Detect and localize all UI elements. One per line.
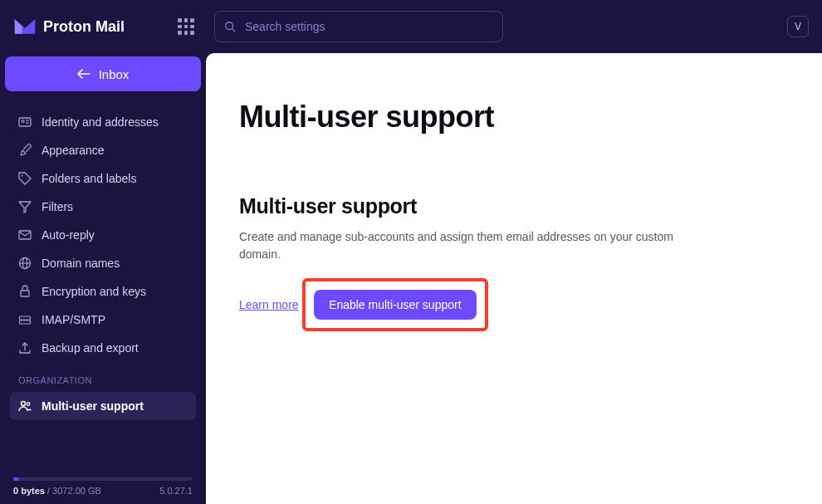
upload-icon xyxy=(18,341,32,355)
main-content: Multi-user support Multi-user support Cr… xyxy=(206,53,822,504)
arrow-left-icon xyxy=(77,69,91,79)
sidebar-item-identity[interactable]: Identity and addresses xyxy=(10,108,196,136)
search-input[interactable] xyxy=(214,11,503,42)
users-icon xyxy=(18,399,32,413)
sidebar-item-domains[interactable]: Domain names xyxy=(10,249,196,277)
sidebar-item-label: IMAP/SMTP xyxy=(42,313,105,326)
sidebar-item-filters[interactable]: Filters xyxy=(10,193,196,221)
storage-used: 0 bytes xyxy=(13,486,45,496)
storage-text: 0 bytes / 3072.00 GB xyxy=(13,486,101,496)
tray-icon xyxy=(18,313,32,326)
learn-more-link[interactable]: Learn more xyxy=(239,298,299,311)
lock-icon xyxy=(18,285,32,298)
svg-point-15 xyxy=(27,403,30,406)
enable-multiuser-button[interactable]: Enable multi-user support xyxy=(314,290,477,320)
sidebar-footer: 0 bytes / 3072.00 GB 5.0.27.1 xyxy=(5,486,201,504)
sidebar-item-label: Backup and export xyxy=(42,341,139,355)
sidebar-item-label: Folders and labels xyxy=(42,172,136,185)
app-switcher-icon[interactable] xyxy=(178,18,194,35)
tag-icon xyxy=(18,172,32,185)
sidebar-item-multiuser[interactable]: Multi-user support xyxy=(10,392,196,420)
inbox-label: Inbox xyxy=(99,67,130,81)
svg-point-6 xyxy=(22,175,23,177)
sidebar-item-label: Identity and addresses xyxy=(42,115,159,129)
product-name: Proton Mail xyxy=(43,18,125,36)
storage-indicator xyxy=(5,469,201,486)
sidebar-item-label: Domain names xyxy=(42,257,120,270)
svg-rect-11 xyxy=(21,291,29,296)
sidebar-item-label: Filters xyxy=(42,200,73,213)
sidebar-item-label: Multi-user support xyxy=(42,399,144,413)
sidebar-item-folders[interactable]: Folders and labels xyxy=(10,164,196,193)
svg-point-0 xyxy=(226,22,233,30)
svg-point-14 xyxy=(22,402,26,406)
svg-rect-13 xyxy=(20,321,31,324)
page-title: Multi-user support xyxy=(239,100,789,135)
svg-rect-12 xyxy=(20,316,31,320)
avatar[interactable]: V xyxy=(787,16,809,37)
sidebar-item-label: Encryption and keys xyxy=(42,285,146,298)
section-title: Multi-user support xyxy=(239,194,789,218)
envelope-arrow-icon xyxy=(18,228,32,242)
sidebar-nav: Identity and addresses Appearance Folder… xyxy=(5,108,201,469)
sidebar-item-label: Auto-reply xyxy=(42,228,95,242)
section-description: Create and manage sub-accounts and assig… xyxy=(239,228,712,263)
sidebar-item-appearance[interactable]: Appearance xyxy=(10,136,196,164)
search-icon xyxy=(224,21,236,32)
highlight-annotation: Enable multi-user support xyxy=(302,278,488,331)
funnel-icon xyxy=(18,200,32,213)
svg-point-3 xyxy=(22,120,24,123)
search-container xyxy=(214,11,503,42)
version-text: 5.0.27.1 xyxy=(159,486,193,496)
sidebar-item-imap[interactable]: IMAP/SMTP xyxy=(10,306,196,334)
sidebar-item-encryption[interactable]: Encryption and keys xyxy=(10,277,196,306)
app-header: Proton Mail V xyxy=(0,0,822,53)
id-card-icon xyxy=(18,115,32,129)
sidebar-item-label: Appearance xyxy=(42,144,105,157)
storage-total: 3072.00 GB xyxy=(52,486,101,496)
paintbrush-icon xyxy=(18,144,32,157)
proton-logo-icon xyxy=(13,15,37,38)
svg-line-1 xyxy=(232,29,236,32)
sidebar-section-organization: ORGANIZATION xyxy=(10,362,196,392)
sidebar-item-backup[interactable]: Backup and export xyxy=(10,334,196,362)
svg-rect-2 xyxy=(19,118,31,126)
sidebar: Inbox Identity and addresses Appearance … xyxy=(0,53,206,504)
inbox-button[interactable]: Inbox xyxy=(5,56,201,91)
sidebar-item-autoreply[interactable]: Auto-reply xyxy=(10,221,196,249)
logo[interactable]: Proton Mail xyxy=(13,15,125,38)
svg-rect-7 xyxy=(19,231,31,239)
globe-icon xyxy=(18,257,32,270)
